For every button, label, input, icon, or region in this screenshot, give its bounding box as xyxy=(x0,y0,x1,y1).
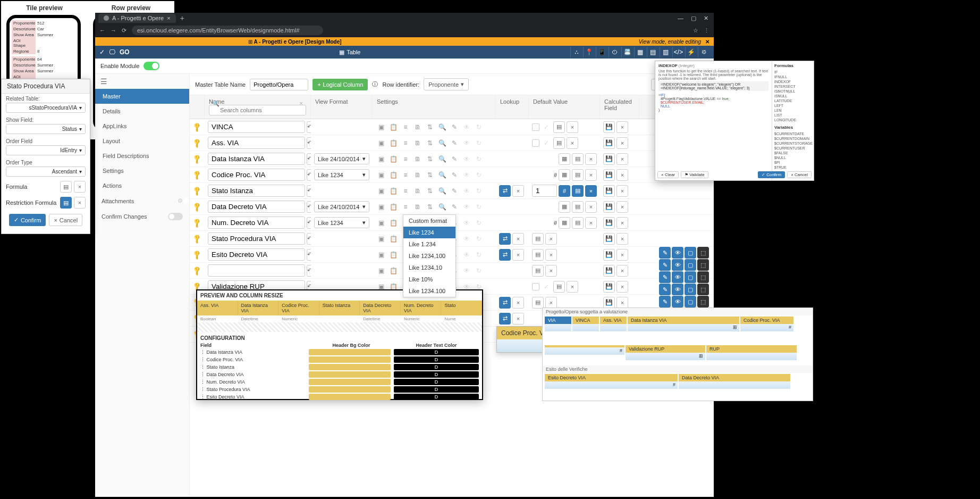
default-checkbox[interactable] xyxy=(532,283,539,290)
setting-icon[interactable]: ▣ xyxy=(376,218,386,228)
key-icon[interactable]: 🔑 xyxy=(191,186,202,196)
setting-icon[interactable]: ▣ xyxy=(376,170,386,180)
setting-icon[interactable]: ↻ xyxy=(474,186,484,196)
setting-icon[interactable]: ≡ xyxy=(400,202,411,212)
default-checkbox[interactable] xyxy=(532,123,539,131)
toolbar-icon[interactable]: </> xyxy=(672,47,684,57)
lookup-clear[interactable]: × xyxy=(512,233,524,245)
setting-icon[interactable]: ↻ xyxy=(474,202,484,212)
setting-icon[interactable]: ⇅ xyxy=(425,186,435,196)
undo-icon[interactable]: ↶ xyxy=(307,233,311,245)
column-name-input[interactable] xyxy=(208,201,305,213)
setting-icon[interactable]: 📋 xyxy=(388,234,399,244)
lookup-button[interactable]: ⇄ xyxy=(499,313,511,325)
calc-save-icon[interactable]: 💾 xyxy=(603,201,615,213)
sidebar-item-details[interactable]: Details xyxy=(95,104,189,119)
column-name-input[interactable] xyxy=(208,248,305,261)
lookup-clear[interactable]: × xyxy=(512,185,524,197)
row-action-button[interactable]: ▢ xyxy=(685,247,696,259)
row-action-button[interactable]: ✎ xyxy=(659,247,671,259)
formula-item[interactable]: IF xyxy=(774,70,812,74)
setting-icon[interactable]: 📋 xyxy=(388,186,399,196)
calc-save-icon[interactable]: 💾 xyxy=(603,281,615,293)
row-action-button[interactable]: ⬚ xyxy=(697,259,709,271)
formula-item[interactable]: INTERSECT xyxy=(774,84,812,89)
master-table-input[interactable] xyxy=(250,79,308,90)
row-action-button[interactable]: ✎ xyxy=(659,284,671,295)
key-icon[interactable]: 🔑 xyxy=(191,202,202,212)
setting-icon[interactable]: ✎ xyxy=(449,170,460,180)
undo-icon[interactable]: ↶ xyxy=(307,137,311,149)
logical-column-button[interactable]: + Logical Column xyxy=(312,79,368,90)
setting-icon[interactable]: 🗎 xyxy=(412,202,423,212)
formula-item[interactable]: ISNULL xyxy=(774,94,812,98)
key-icon[interactable]: 🔑 xyxy=(191,218,202,228)
setting-icon[interactable]: ▣ xyxy=(376,138,386,148)
view-type[interactable]: ▦ Table xyxy=(339,49,360,56)
setting-icon[interactable]: 📋 xyxy=(388,154,399,164)
toolbar-icon[interactable]: ▥ xyxy=(660,47,671,57)
key-icon[interactable]: 🔑 xyxy=(191,250,202,260)
default-cal-icon[interactable]: ▦ xyxy=(559,169,570,181)
column-name-input[interactable] xyxy=(208,217,305,229)
view-mode-link[interactable]: View mode, enable editing xyxy=(639,39,701,45)
setting-icon[interactable]: 👁 xyxy=(461,170,472,180)
text-color-swatch[interactable]: D xyxy=(394,364,479,370)
setting-icon[interactable]: ✎ xyxy=(449,122,460,132)
setting-icon[interactable]: 👁 xyxy=(461,154,472,164)
row-action-button[interactable]: 👁 xyxy=(672,259,683,271)
clear-formula-button[interactable]: × Clear xyxy=(657,171,679,178)
formula-item[interactable]: LATITUDE xyxy=(774,98,812,103)
setting-icon[interactable]: ≡ xyxy=(400,122,411,132)
calc-save-icon[interactable]: 💾 xyxy=(603,185,615,197)
setting-icon[interactable]: ⇅ xyxy=(425,138,435,148)
column-name-input[interactable] xyxy=(208,153,305,165)
key-icon[interactable]: 🔑 xyxy=(191,154,202,164)
sidebar-item-layout[interactable]: Layout xyxy=(95,134,189,148)
setting-icon[interactable]: ✎ xyxy=(449,154,460,164)
default-clear[interactable]: ▤ xyxy=(553,121,565,133)
calc-save-icon[interactable]: 💾 xyxy=(603,121,615,133)
key-icon[interactable]: 🔑 xyxy=(191,234,202,244)
row-action-button[interactable]: ⬚ xyxy=(697,271,709,283)
column-name-input[interactable] xyxy=(208,232,305,245)
dropdown-option[interactable]: Like 1234 xyxy=(403,227,455,238)
key-icon[interactable]: 🔑 xyxy=(191,170,202,180)
order-field-select[interactable]: IdEntry ▾ xyxy=(6,145,86,155)
setting-icon[interactable]: 👁 xyxy=(461,250,472,260)
layout-field[interactable]: Validazione RUP⊞ xyxy=(626,345,705,360)
calc-save-icon[interactable]: 💾 xyxy=(603,265,615,277)
row-action-button[interactable]: ⬚ xyxy=(697,284,709,295)
variable-item[interactable]: $CURRENTDOMAIN xyxy=(774,136,812,141)
sidebar-item-master[interactable]: Master xyxy=(95,89,189,104)
setting-icon[interactable]: 📋 xyxy=(388,202,399,212)
undo-icon[interactable]: ↶ xyxy=(307,265,311,277)
cancel-formula-button[interactable]: × Cancel xyxy=(787,171,812,178)
layout-field[interactable]: VINCA xyxy=(572,317,599,331)
setting-icon[interactable]: 🔍 xyxy=(437,138,447,148)
layout-field[interactable]: Esito Decreto VIA# xyxy=(545,374,678,389)
variable-item[interactable]: $FALSE xyxy=(774,151,812,155)
calc-save-icon[interactable]: 💾 xyxy=(603,217,615,229)
reload-button[interactable]: ⟳ xyxy=(122,27,126,34)
default-clear[interactable]: ▤ xyxy=(553,137,565,149)
bg-color-swatch[interactable] xyxy=(309,356,391,363)
setting-icon[interactable]: ↻ xyxy=(474,122,484,132)
variable-item[interactable]: $CURRENTSTORAGE xyxy=(774,141,812,146)
formula-clear-button[interactable]: × xyxy=(74,181,86,193)
minimize-button[interactable]: — xyxy=(678,15,683,22)
resize-col[interactable]: Data Istanza VIA xyxy=(238,301,279,315)
search-columns-input[interactable] xyxy=(209,105,306,115)
confirm-button[interactable]: ✓ Confirm xyxy=(9,214,46,226)
layout-field[interactable]: Data Istanza VIA⊞ xyxy=(628,317,739,331)
default-checkbox[interactable] xyxy=(532,139,539,147)
resize-col[interactable]: Codice Proc. VIA xyxy=(278,301,319,315)
toolbar-icon[interactable]: ⚡ xyxy=(685,47,697,57)
setting-icon[interactable]: ↻ xyxy=(474,170,484,180)
dropdown-option[interactable]: Like 1234,10 xyxy=(403,262,455,273)
toolbar-icon[interactable]: 📍 xyxy=(583,47,595,57)
setting-icon[interactable]: ≡ xyxy=(400,170,411,180)
default-button[interactable]: # xyxy=(559,185,570,197)
check-icon[interactable]: ✓ xyxy=(99,48,105,56)
formula-item[interactable]: LONGITUDE xyxy=(774,118,812,122)
